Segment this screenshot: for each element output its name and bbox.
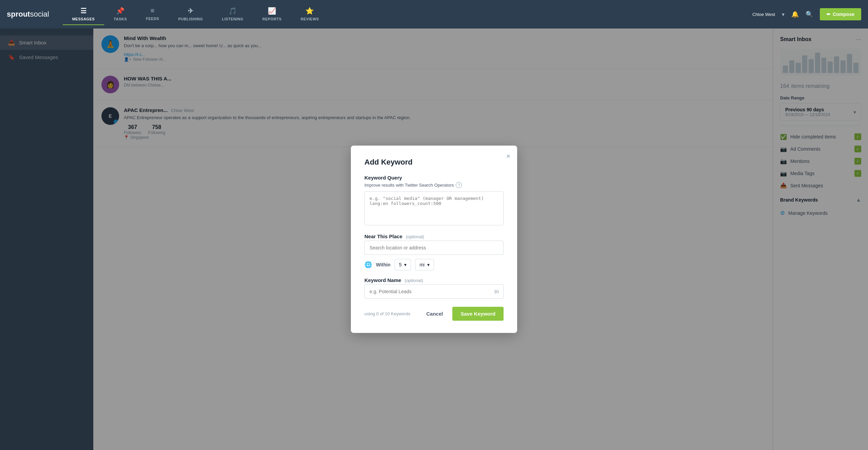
near-this-place-label: Near This Place (optional) <box>364 233 504 239</box>
nav-item-listening[interactable]: 🎵 LISTENING <box>212 3 253 25</box>
footer-buttons: Cancel Save Keyword <box>421 307 504 321</box>
add-keyword-modal: Add Keyword × Keyword Query Improve resu… <box>351 146 517 333</box>
keyword-name-input[interactable] <box>364 284 504 299</box>
cancel-button[interactable]: Cancel <box>421 307 448 321</box>
within-unit-select[interactable]: mi ▾ <box>415 259 434 270</box>
chevron-down-icon: ▾ <box>427 262 430 267</box>
notification-icon[interactable]: 🔔 <box>791 11 799 18</box>
within-distance-select[interactable]: 5 ▾ <box>395 259 411 270</box>
logo-social: social <box>30 10 49 18</box>
publishing-icon: ✈ <box>188 7 194 15</box>
using-keywords-text: using 0 of 10 Keywords <box>364 311 410 316</box>
within-row: 🌐 Within 5 ▾ mi ▾ <box>364 259 504 270</box>
main-layout: 📥 Smart Inbox 🔖 Saved Messages 🧘 Mind Wi… <box>0 29 868 450</box>
modal-title: Add Keyword <box>364 158 504 167</box>
modal-footer: using 0 of 10 Keywords Cancel Save Keywo… <box>364 307 504 321</box>
keyword-query-sublabel: Improve results with Twitter Search Oper… <box>364 182 504 188</box>
logo-sprout: sprout <box>7 10 30 18</box>
content-area: 🧘 Mind With Wealth Don't be a corp... ho… <box>93 29 868 450</box>
within-label: Within <box>376 262 391 267</box>
chevron-down-icon[interactable]: ▾ <box>782 11 785 18</box>
nav-label-feeds: FEEDS <box>146 17 159 21</box>
nav-items: ☰ MESSAGES 📌 TASKS ≡ FEEDS ✈ PUBLISHING … <box>63 3 753 25</box>
user-name: Chloe West <box>752 12 775 17</box>
modal-close-button[interactable]: × <box>506 152 510 160</box>
compose-button[interactable]: ✏ Compose <box>820 8 861 20</box>
listening-icon: 🎵 <box>228 7 237 15</box>
nav-label-tasks: TASKS <box>114 17 127 21</box>
compose-icon: ✏ <box>827 12 831 17</box>
keyword-query-input[interactable] <box>364 191 504 225</box>
search-icon[interactable]: 🔍 <box>806 11 813 18</box>
nav-item-tasks[interactable]: 📌 TASKS <box>104 3 136 25</box>
nav-right: Chloe West ▾ 🔔 🔍 ✏ Compose <box>752 8 861 20</box>
help-icon[interactable]: ? <box>456 182 462 188</box>
modal-overlay: Add Keyword × Keyword Query Improve resu… <box>93 29 868 450</box>
logo[interactable]: sproutsocial <box>7 10 49 19</box>
compose-label: Compose <box>833 12 854 17</box>
nav-label-publishing: PUBLISHING <box>178 17 203 21</box>
keyword-name-section: Keyword Name (optional) 30 <box>364 277 504 299</box>
near-this-place-section: Near This Place (optional) 🌐 Within 5 ▾ … <box>364 233 504 270</box>
reviews-icon: ⭐ <box>305 7 314 15</box>
keyword-name-wrapper: 30 <box>364 284 504 299</box>
feeds-icon: ≡ <box>151 7 155 15</box>
nav-item-messages[interactable]: ☰ MESSAGES <box>63 3 104 25</box>
reports-icon: 📈 <box>268 7 277 15</box>
nav-label-messages: MESSAGES <box>72 17 95 21</box>
keyword-query-label: Keyword Query <box>364 175 504 181</box>
nav-label-listening: LISTENING <box>222 17 243 21</box>
nav-item-publishing[interactable]: ✈ PUBLISHING <box>169 3 212 25</box>
char-count: 30 <box>494 289 499 294</box>
nav-label-reports: REPORTS <box>262 17 282 21</box>
keyword-name-label: Keyword Name (optional) <box>364 277 504 283</box>
globe-icon: 🌐 <box>364 261 372 268</box>
nav-label-reviews: REVIEWS <box>301 17 319 21</box>
top-nav: sproutsocial ☰ MESSAGES 📌 TASKS ≡ FEEDS … <box>0 0 868 29</box>
nav-item-reports[interactable]: 📈 REPORTS <box>253 3 291 25</box>
location-search-input[interactable] <box>364 241 504 255</box>
nav-item-reviews[interactable]: ⭐ REVIEWS <box>291 3 328 25</box>
save-keyword-button[interactable]: Save Keyword <box>452 307 504 321</box>
tasks-icon: 📌 <box>116 7 125 15</box>
nav-item-feeds[interactable]: ≡ FEEDS <box>136 3 169 25</box>
messages-icon: ☰ <box>80 7 87 15</box>
chevron-down-icon: ▾ <box>404 262 407 267</box>
